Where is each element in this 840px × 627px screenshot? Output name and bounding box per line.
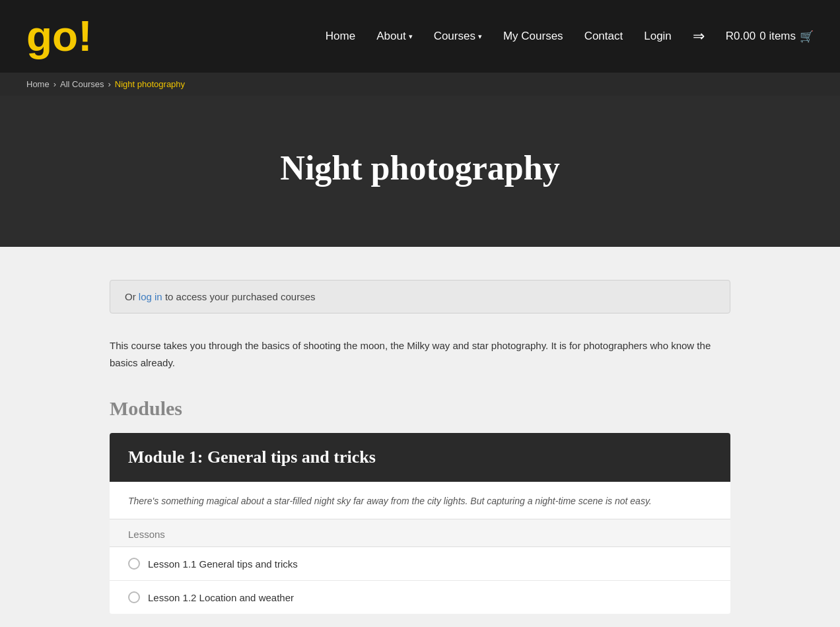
module-1: Module 1: General tips and tricks There'… [110,433,730,614]
nav-courses[interactable]: Courses ▾ [434,30,482,43]
site-header: go! Home About ▾ Courses ▾ My Courses Co… [0,0,840,73]
lessons-label: Lessons [110,519,730,547]
breadcrumb-current: Night photography [115,79,185,89]
lesson-1-1-label: Lesson 1.1 General tips and tricks [148,558,298,570]
course-hero-title: Night photography [26,148,814,187]
main-content: Or log in to access your purchased cours… [90,247,750,627]
breadcrumb-sep-2: › [108,79,111,89]
breadcrumb-sep-1: › [53,79,56,89]
courses-dropdown-arrow: ▾ [478,32,482,41]
login-notice: Or log in to access your purchased cours… [110,280,730,314]
breadcrumb: Home › All Courses › Night photography [0,73,840,96]
login-icon[interactable]: ⇒ [693,28,705,45]
breadcrumb-home[interactable]: Home [26,79,50,89]
module-1-title: Module 1: General tips and tricks [128,447,712,467]
cart-area[interactable]: R0.00 0 items 🛒 [726,30,814,44]
hero-section: Night photography [0,96,840,247]
modules-heading: Modules [110,397,730,420]
login-notice-link[interactable]: log in [139,291,162,302]
main-nav: Home About ▾ Courses ▾ My Courses Contac… [326,28,814,45]
lesson-1-1[interactable]: Lesson 1.1 General tips and tricks [110,547,730,581]
logo[interactable]: go! [26,15,92,57]
nav-about[interactable]: About ▾ [376,30,412,43]
nav-home[interactable]: Home [326,30,355,43]
cart-icon: 🛒 [800,30,814,44]
module-1-header: Module 1: General tips and tricks [110,433,730,482]
lessons-section: Lessons Lesson 1.1 General tips and tric… [110,519,730,614]
breadcrumb-all-courses[interactable]: All Courses [60,79,104,89]
module-1-description: There's something magical about a star-f… [110,482,730,519]
nav-contact[interactable]: Contact [584,30,623,43]
lesson-1-2-radio[interactable] [128,591,140,603]
logo-text: go! [26,15,92,57]
login-notice-prefix: Or [125,291,136,302]
cart-price: R0.00 [726,30,755,43]
nav-my-courses[interactable]: My Courses [503,30,563,43]
nav-login[interactable]: Login [644,30,672,43]
lesson-1-1-radio[interactable] [128,558,140,570]
lesson-1-2-label: Lesson 1.2 Location and weather [148,592,294,603]
course-description: This course takes you through the basics… [110,337,730,371]
lesson-1-2[interactable]: Lesson 1.2 Location and weather [110,581,730,614]
cart-items: 0 items [759,30,796,43]
about-dropdown-arrow: ▾ [409,32,413,41]
login-notice-suffix: to access your purchased courses [165,291,316,302]
